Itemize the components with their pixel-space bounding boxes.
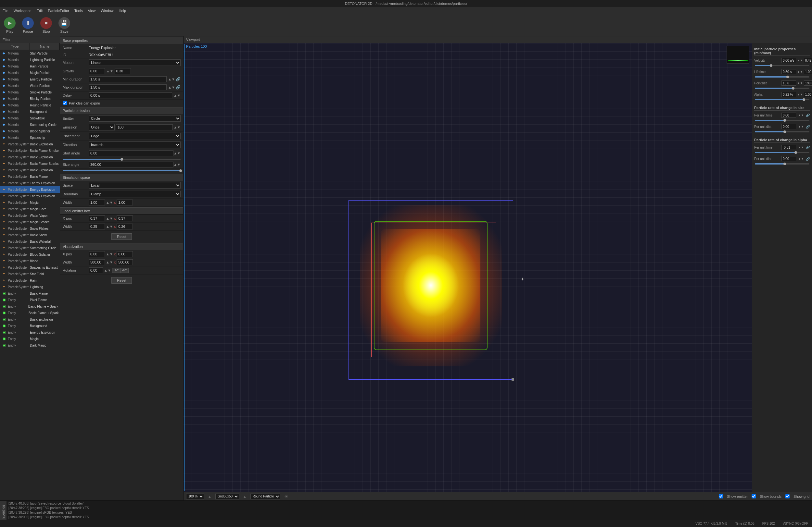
vis-width-1-input[interactable]: [89, 259, 105, 265]
max-duration-input[interactable]: [89, 85, 166, 90]
list-item[interactable]: ✦ ParticleSystem Basic Explosion: [0, 167, 60, 173]
space-select[interactable]: Local: [89, 182, 180, 189]
per-unit-dist-alpha-input[interactable]: [782, 156, 796, 161]
list-item[interactable]: ▣ Entity Magic: [0, 335, 60, 342]
put-size-slider[interactable]: [755, 120, 809, 121]
pointsize-max-input[interactable]: [804, 80, 812, 86]
pud-alpha-slider[interactable]: [755, 163, 809, 165]
emitter-select[interactable]: Circle: [89, 115, 180, 122]
list-item[interactable]: ✦ ParticleSystem Basic Explosion ...: [0, 141, 60, 147]
min-duration-input[interactable]: [89, 76, 166, 82]
lifetime-slider[interactable]: [755, 76, 809, 78]
max-duration-link[interactable]: 🔗: [176, 85, 180, 90]
per-unit-time-size-input[interactable]: [782, 112, 796, 118]
sim-width-2-input[interactable]: [117, 199, 133, 206]
shape-select[interactable]: Round Particle: [250, 494, 280, 499]
menu-help[interactable]: Help: [118, 9, 126, 13]
emitter-xpos-2-input[interactable]: [117, 215, 133, 221]
list-item[interactable]: ✦ ParticleSystem Basic Waterfall: [0, 238, 60, 245]
delay-input[interactable]: [89, 92, 172, 98]
play-button[interactable]: ▶ Play: [4, 17, 16, 33]
rotation-plus90-button[interactable]: +90°: [112, 268, 121, 273]
per-unit-dist-size-input[interactable]: [782, 124, 796, 129]
resize-handle[interactable]: [511, 378, 514, 381]
menu-workspace[interactable]: Workspace: [14, 9, 31, 13]
velocity-max-input[interactable]: [804, 58, 812, 63]
emitter-xpos-1-input[interactable]: [89, 215, 105, 221]
put-alpha-slider[interactable]: [755, 152, 809, 153]
gravity-x-input[interactable]: [89, 68, 105, 74]
list-item[interactable]: ▣ Entity Dark Magic: [0, 342, 60, 348]
size-angle-slider[interactable]: [63, 170, 180, 171]
list-item[interactable]: ✦ ParticleSystem Energy Explosion: [0, 186, 60, 193]
alpha-min-input[interactable]: [782, 92, 796, 97]
emitter-width-1-input[interactable]: [89, 224, 105, 229]
gravity-y-input[interactable]: [115, 68, 131, 74]
list-item[interactable]: ◆ Material Background: [0, 108, 60, 115]
vis-xpos-2-input[interactable]: [117, 251, 133, 257]
list-item[interactable]: ◆ Material Round Particle: [0, 102, 60, 108]
vis-width-2-input[interactable]: [117, 259, 133, 265]
list-item[interactable]: ◆ Material Spaceship: [0, 134, 60, 141]
list-item[interactable]: ◆ Material Energy Particle: [0, 76, 60, 82]
rotation-minus90-button[interactable]: -90°: [121, 268, 129, 273]
zoom-select[interactable]: 100 %: [186, 494, 204, 499]
list-item[interactable]: ✦ ParticleSystem Magic Core: [0, 206, 60, 212]
list-item[interactable]: ✦ ParticleSystem Water Vapor: [0, 212, 60, 219]
pointsize-slider[interactable]: [755, 88, 809, 89]
list-item[interactable]: ✦ ParticleSystem Snow Flakes: [0, 225, 60, 232]
list-item[interactable]: ◆ Material Star Particle: [0, 50, 60, 57]
lifetime-min-input[interactable]: [782, 69, 796, 74]
list-item[interactable]: ✦ ParticleSystem Basic Flame Smoke: [0, 147, 60, 154]
start-angle-input[interactable]: [89, 150, 173, 156]
motion-select[interactable]: Linear: [89, 59, 180, 66]
list-item[interactable]: ◆ Material Magic Particle: [0, 70, 60, 76]
menu-tools[interactable]: Tools: [74, 9, 83, 13]
list-item[interactable]: ✦ ParticleSystem Spaceship Exhaust: [0, 264, 60, 271]
list-item[interactable]: ◆ Material Smoke Particle: [0, 89, 60, 95]
direction-select[interactable]: Inwards: [89, 141, 180, 148]
list-item[interactable]: ✦ ParticleSystem Rain: [0, 277, 60, 284]
vis-rotation-input[interactable]: [89, 267, 103, 273]
list-item[interactable]: ✦ ParticleSystem Magic: [0, 199, 60, 206]
list-item[interactable]: ✦ ParticleSystem Star Field: [0, 271, 60, 277]
list-item[interactable]: ◆ Material Lightning Particle: [0, 57, 60, 63]
velocity-slider[interactable]: [755, 65, 809, 66]
list-item[interactable]: ◆ Material Blood Splatter: [0, 128, 60, 134]
put-alpha-link[interactable]: 🔗: [806, 146, 810, 149]
per-unit-time-alpha-input[interactable]: [782, 145, 796, 150]
emission-mode-select[interactable]: Once: [89, 124, 115, 131]
list-item[interactable]: ✦ ParticleSystem Summoning Circle: [0, 245, 60, 251]
menu-file[interactable]: File: [3, 9, 9, 13]
menu-view[interactable]: View: [88, 9, 96, 13]
list-item[interactable]: ▣ Entity Basic Explosion: [0, 316, 60, 322]
menu-edit[interactable]: Edit: [37, 9, 43, 13]
pointsize-min-input[interactable]: [782, 80, 796, 86]
placement-select[interactable]: Edge: [89, 133, 180, 139]
list-item[interactable]: ✦ ParticleSystem Lightning: [0, 284, 60, 290]
emission-count-input[interactable]: [116, 124, 173, 130]
list-item[interactable]: ✦ ParticleSystem Basic Snow: [0, 232, 60, 238]
alpha-slider[interactable]: [755, 99, 809, 100]
list-item[interactable]: ◆ Material Snowflake: [0, 115, 60, 121]
show-bounds-checkbox[interactable]: [752, 494, 756, 498]
vis-reset-button[interactable]: Reset: [112, 277, 132, 284]
min-duration-link[interactable]: 🔗: [176, 77, 180, 81]
list-item[interactable]: ▣ Entity Energy Explosion: [0, 329, 60, 335]
pause-button[interactable]: ⏸ Pause: [22, 17, 34, 33]
vis-xpos-1-input[interactable]: [89, 251, 105, 257]
size-angle-input[interactable]: [89, 162, 173, 167]
list-item[interactable]: ◆ Material Water Particle: [0, 82, 60, 89]
start-angle-slider[interactable]: [63, 159, 180, 160]
list-item[interactable]: ✦ ParticleSystem Energy Explosion ...: [0, 193, 60, 199]
list-item[interactable]: ✦ ParticleSystem Blood Splatter: [0, 251, 60, 258]
pud-size-slider[interactable]: [755, 131, 809, 132]
sim-width-1-input[interactable]: [89, 199, 105, 206]
list-item[interactable]: ✦ ParticleSystem Energy Explosion ...: [0, 180, 60, 186]
put-size-link[interactable]: 🔗: [806, 114, 810, 117]
pud-alpha-link[interactable]: 🔗: [806, 157, 810, 161]
menu-particle-editor[interactable]: ParticleEditor: [48, 9, 69, 13]
alpha-max-input[interactable]: [804, 92, 812, 97]
list-item[interactable]: ✦ ParticleSystem Basic Flame Sparks: [0, 160, 60, 167]
list-item[interactable]: ✦ ParticleSystem Basic Flame: [0, 173, 60, 180]
